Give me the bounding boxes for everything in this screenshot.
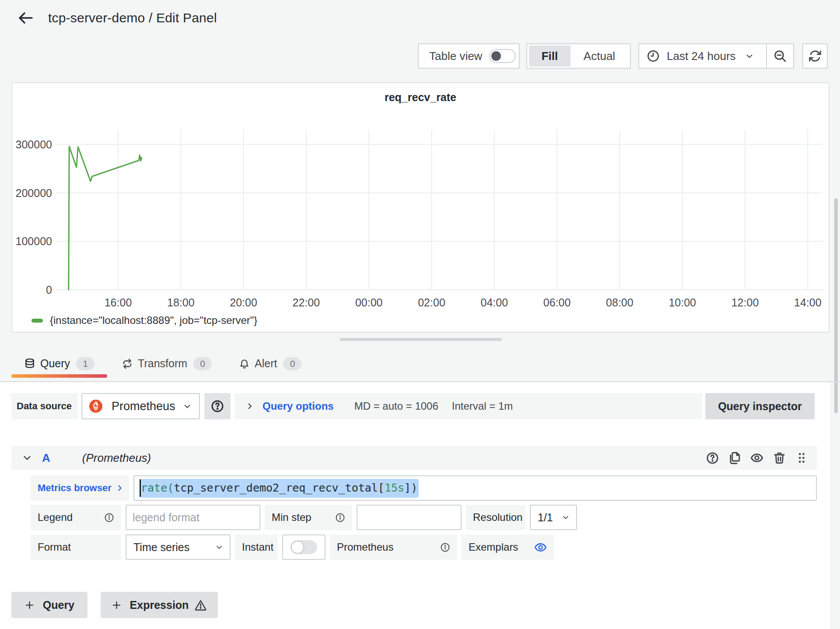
active-tab-indicator [11,374,107,378]
interval-value: Interval = 1m [452,400,513,412]
tab-transform[interactable]: Transform 0 [109,353,224,374]
tab-query-count: 1 [76,357,94,370]
clock-icon [647,49,660,63]
text-caret [140,479,141,497]
max-data-points-value: MD = auto = 1006 [354,400,438,412]
drag-handle-icon[interactable] [794,451,808,465]
table-view-label: Table view [429,49,482,63]
query-datasource-hint: (Prometheus) [82,451,151,465]
refresh-icon [808,49,822,63]
query-expression-text: rate(tcp_server_demo2_req_recv_total[15s… [140,479,419,498]
info-icon[interactable] [335,513,345,523]
time-series-chart[interactable]: 010000020000030000016:0018:0020:0022:000… [12,83,829,332]
svg-text:22:00: 22:00 [293,296,320,309]
svg-text:0: 0 [46,284,52,296]
svg-text:12:00: 12:00 [732,296,759,309]
warning-icon [194,599,207,611]
svg-text:300000: 300000 [16,138,52,151]
svg-text:14:00: 14:00 [794,296,822,309]
query-row-actions [697,451,808,465]
chevron-down-icon [561,513,570,522]
toggle-knob [292,541,303,553]
format-field-label: Format [31,534,121,560]
tabs-divider [0,381,840,382]
chevron-down-icon [182,401,192,411]
tab-transform-label: Transform [138,357,187,370]
arrow-left-icon [18,10,34,26]
delete-query-button[interactable] [772,451,786,465]
svg-text:08:00: 08:00 [606,296,634,309]
chevron-right-icon[interactable] [245,402,254,411]
chevron-down-icon[interactable] [22,453,32,463]
min-step-input[interactable] [357,505,462,530]
back-button[interactable] [18,10,34,26]
query-options-bar: Query options MD = auto = 1006 Interval … [235,393,702,419]
legend-series-label: {instance="localhost:8889", job="tcp-ser… [50,314,257,327]
tab-transform-count: 0 [193,357,212,370]
transform-icon [122,358,133,369]
query-expression-input[interactable]: rate(tcp_server_demo2_req_recv_total[15s… [133,475,817,501]
table-view-toggle[interactable] [489,49,516,63]
editor-tabs: Query 1 Transform 0 Alert 0 [11,353,316,374]
instant-toggle[interactable] [290,540,317,554]
legend-format-input[interactable]: legend format [126,505,260,530]
datasource-label: Data source [11,393,78,419]
add-expression-button[interactable]: Expression [101,592,218,618]
actual-button[interactable]: Actual [570,46,628,67]
legend-swatch [32,319,43,323]
query-help-button[interactable] [705,451,719,465]
svg-text:16:00: 16:00 [105,296,132,309]
datasource-value: Prometheus [112,400,182,413]
legend-field-label: Legend [31,505,121,530]
fill-button[interactable]: Fill [529,46,570,67]
chart-legend[interactable]: {instance="localhost:8889", job="tcp-ser… [32,314,257,327]
tab-alert-count: 0 [283,357,301,370]
prometheus-field-label: Prometheus [330,534,457,560]
instant-field-label: Instant [235,534,278,560]
svg-text:200000: 200000 [16,187,52,199]
svg-text:20:00: 20:00 [230,296,257,309]
chevron-right-icon [116,484,124,492]
plus-icon [24,600,35,610]
chevron-down-icon [215,543,224,552]
zoom-out-icon [773,49,787,63]
format-select[interactable]: Time series [126,534,231,560]
time-range-picker[interactable]: Last 24 hours [639,44,766,68]
tab-query[interactable]: Query 1 [11,353,107,374]
prometheus-logo-icon [89,400,102,413]
tab-alert[interactable]: Alert 0 [226,353,314,374]
datasource-help-button[interactable] [204,393,231,419]
bell-icon [239,358,250,369]
plus-icon [112,600,122,610]
tab-alert-label: Alert [255,357,277,370]
svg-text:18:00: 18:00 [167,296,195,309]
svg-text:100000: 100000 [16,235,52,247]
info-icon[interactable] [104,513,114,523]
add-query-button[interactable]: Query [11,592,88,618]
info-icon[interactable] [440,542,450,552]
page-title: tcp-server-demo / Edit Panel [48,10,217,26]
tab-query-label: Query [40,357,70,370]
query-ref-id: A [42,451,50,465]
query-options-link[interactable]: Query options [262,400,334,412]
query-row-header[interactable]: A (Prometheus) [11,446,817,470]
chart-title: req_recv_rate [12,91,829,104]
display-mode-group: Fill Actual [526,43,631,69]
pane-resize-handle[interactable] [340,338,502,341]
resolution-select[interactable]: 1/1 [530,505,577,530]
resolution-field-label: Resolution [466,505,525,530]
chart-panel: req_recv_rate 010000020000030000016:0018… [11,82,830,333]
time-range-label: Last 24 hours [667,49,736,63]
toggle-visibility-button[interactable] [750,451,764,465]
query-inspector-button[interactable]: Query inspector [705,393,815,419]
zoom-out-button[interactable] [766,44,793,68]
instant-toggle-group [282,534,326,560]
datasource-picker[interactable]: Prometheus [81,393,200,419]
refresh-button[interactable] [802,43,828,69]
exemplars-eye-icon[interactable] [534,541,547,554]
time-range-group: Last 24 hours [638,43,794,69]
help-circle-icon [210,399,224,413]
svg-text:10:00: 10:00 [668,296,696,309]
duplicate-query-button[interactable] [728,451,742,465]
metrics-browser-button[interactable]: Metrics browser [31,475,129,501]
